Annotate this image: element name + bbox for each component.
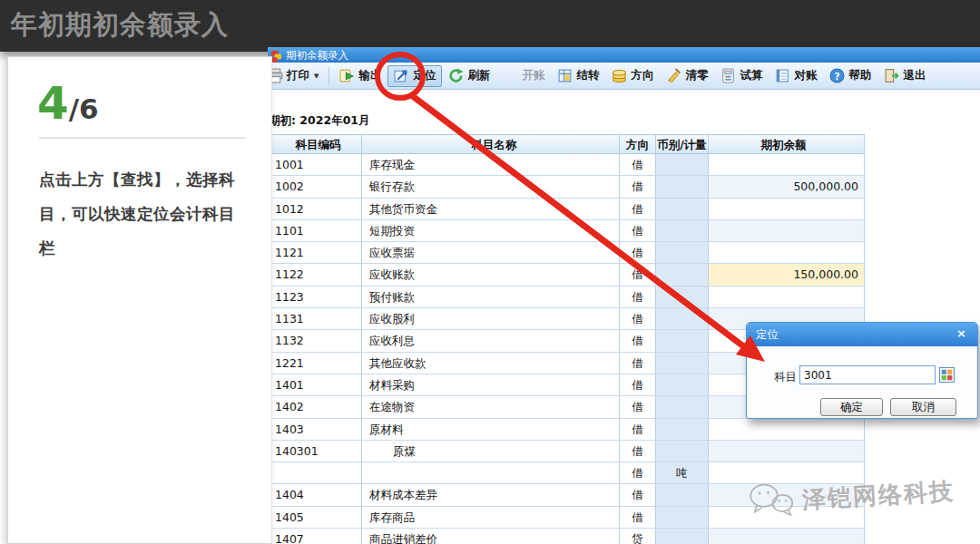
toolbar-button-carry[interactable]: 结转 — [551, 65, 605, 87]
cell-unit[interactable] — [656, 287, 709, 308]
column-header: 科目编码 — [269, 134, 362, 154]
cell-code[interactable]: 140301 — [269, 441, 362, 462]
cell-direction[interactable]: 借 — [620, 507, 656, 529]
cell-direction[interactable]: 借 — [620, 374, 656, 396]
cell-name[interactable]: 原煤 — [362, 441, 620, 462]
toolbar-button-reconcile[interactable]: 对账 — [769, 65, 823, 87]
cell-balance[interactable] — [709, 199, 865, 220]
cell-unit[interactable] — [656, 242, 709, 264]
cell-direction[interactable]: 借 — [620, 330, 656, 352]
cell-code[interactable]: 1407 — [269, 529, 362, 544]
cell-balance[interactable]: 500,000.00 — [709, 176, 865, 198]
cell-name[interactable]: 库存商品 — [362, 507, 620, 529]
cell-name[interactable]: 应收股利 — [362, 308, 620, 330]
cell-unit[interactable] — [656, 419, 709, 441]
toolbar-button-export[interactable]: 输出 — [333, 65, 387, 87]
cell-direction[interactable]: 借 — [620, 419, 656, 441]
cell-direction[interactable]: 借 — [620, 176, 656, 198]
cell-unit[interactable] — [656, 330, 709, 352]
cell-balance[interactable] — [709, 441, 865, 462]
cell-direction[interactable]: 借 — [620, 220, 656, 242]
cell-unit[interactable] — [656, 220, 709, 242]
cell-balance[interactable] — [709, 154, 865, 176]
cell-name[interactable]: 预付账款 — [362, 287, 620, 308]
cell-code[interactable]: 1123 — [269, 287, 362, 308]
cell-name[interactable]: 应收账款 — [362, 264, 620, 286]
cell-name[interactable]: 商品进销差价 — [362, 529, 620, 544]
cell-direction[interactable]: 借 — [620, 484, 656, 506]
cell-code[interactable]: 1131 — [269, 308, 362, 330]
cell-unit[interactable] — [656, 176, 709, 198]
cell-code[interactable]: 1221 — [269, 353, 362, 374]
cell-direction[interactable]: 借 — [620, 396, 656, 418]
cell-name[interactable] — [362, 462, 620, 484]
cell-direction[interactable]: 借 — [620, 287, 656, 308]
cell-balance[interactable]: 150,000.00 — [709, 264, 865, 286]
cell-name[interactable]: 应收票据 — [362, 242, 620, 264]
cell-code[interactable] — [269, 462, 362, 484]
toolbar-button-refresh[interactable]: 刷新 — [442, 65, 496, 87]
cell-code[interactable]: 1402 — [269, 396, 362, 418]
cell-direction[interactable]: 借 — [620, 441, 656, 462]
account-picker-icon[interactable] — [939, 367, 955, 383]
cell-code[interactable]: 1001 — [269, 154, 362, 176]
cell-balance[interactable] — [709, 287, 865, 308]
cell-direction[interactable]: 借 — [620, 462, 656, 484]
toolbar-button-exit[interactable]: 退出 — [877, 65, 932, 87]
cell-code[interactable]: 1401 — [269, 374, 362, 396]
cancel-button[interactable]: 取消 — [890, 398, 956, 416]
cell-balance[interactable] — [709, 419, 865, 441]
cell-code[interactable]: 1132 — [269, 330, 362, 352]
cell-unit[interactable] — [656, 264, 709, 286]
cell-unit[interactable] — [656, 308, 709, 330]
cell-code[interactable]: 1122 — [269, 264, 362, 286]
cell-code[interactable]: 1404 — [269, 484, 362, 506]
toolbar-button-locate[interactable]: 定位 — [387, 65, 442, 87]
close-icon[interactable]: × — [956, 326, 966, 340]
table-row: 1001库存现金借 — [269, 154, 865, 176]
toolbar-button-print[interactable]: 打印▼ — [268, 65, 325, 87]
cell-balance[interactable] — [709, 529, 865, 544]
cell-direction[interactable]: 贷 — [620, 529, 656, 544]
cell-unit[interactable] — [656, 154, 709, 176]
cell-name[interactable]: 材料采购 — [362, 374, 620, 396]
cell-direction[interactable]: 借 — [620, 308, 656, 330]
account-input[interactable] — [799, 365, 936, 384]
cell-name[interactable]: 在途物资 — [362, 396, 620, 418]
cell-unit[interactable] — [656, 507, 709, 529]
cell-unit[interactable] — [656, 441, 709, 462]
cell-code[interactable]: 1002 — [269, 176, 362, 198]
cell-direction[interactable]: 借 — [620, 353, 656, 374]
cell-name[interactable]: 应收利息 — [362, 330, 620, 352]
cell-code[interactable]: 1121 — [269, 242, 362, 264]
toolbar-button-clear[interactable]: 清零 — [660, 65, 714, 87]
cell-code[interactable]: 1405 — [269, 507, 362, 529]
cell-name[interactable]: 库存现金 — [362, 154, 620, 176]
cell-balance[interactable] — [709, 242, 865, 264]
cell-name[interactable]: 其他货币资金 — [362, 199, 620, 220]
cell-unit[interactable] — [656, 199, 709, 220]
cell-unit[interactable]: 吨 — [656, 462, 709, 484]
cell-unit[interactable] — [656, 353, 709, 374]
cell-name[interactable]: 材料成本差异 — [362, 484, 620, 506]
cell-code[interactable]: 1403 — [269, 419, 362, 441]
toolbar-button-trial[interactable]: 试算 — [714, 65, 769, 87]
cell-direction[interactable]: 借 — [620, 199, 656, 220]
cell-name[interactable]: 短期投资 — [362, 220, 620, 242]
cell-unit[interactable] — [656, 484, 709, 506]
cell-direction[interactable]: 借 — [620, 154, 656, 176]
cell-unit[interactable] — [656, 374, 709, 396]
cell-balance[interactable] — [709, 220, 865, 242]
toolbar-button-direction[interactable]: 方向 — [605, 65, 660, 87]
cell-code[interactable]: 1012 — [269, 199, 362, 220]
cell-unit[interactable] — [656, 396, 709, 418]
cell-name[interactable]: 其他应收款 — [362, 353, 620, 374]
cell-code[interactable]: 1101 — [269, 220, 362, 242]
cell-name[interactable]: 原材料 — [362, 419, 620, 441]
cell-direction[interactable]: 借 — [620, 264, 656, 286]
ok-button[interactable]: 确定 — [820, 398, 883, 416]
cell-direction[interactable]: 借 — [620, 242, 656, 264]
cell-name[interactable]: 银行存款 — [362, 176, 620, 198]
cell-unit[interactable] — [656, 529, 709, 544]
toolbar-button-help[interactable]: ?帮助 — [823, 65, 877, 87]
